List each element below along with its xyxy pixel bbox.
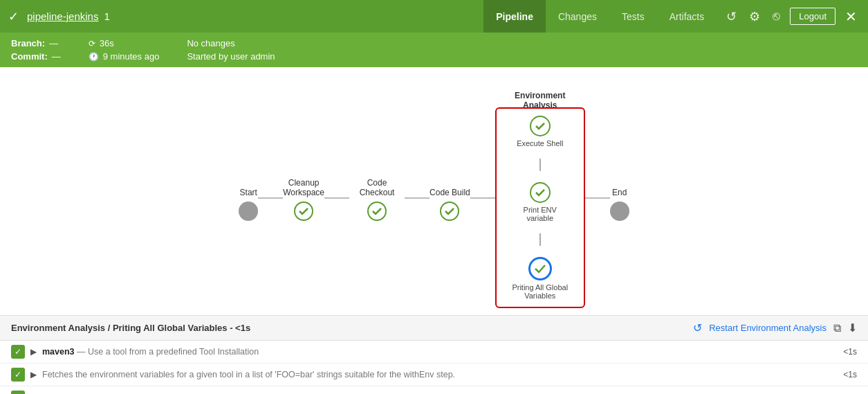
tab-tests[interactable]: Tests xyxy=(609,0,657,33)
connector-4 xyxy=(470,197,495,199)
connector-3 xyxy=(405,197,430,199)
stage-start[interactable]: Start xyxy=(239,175,258,221)
download-icon[interactable]: ⬇ xyxy=(848,321,857,334)
cleanup-node xyxy=(294,202,313,221)
header-icons: ↺ ⚙ ⎋ Logout ✕ xyxy=(723,6,860,28)
started-by: Started by user admin xyxy=(187,51,275,62)
log-desc-1: — Use a tool from a predefined Tool Inst… xyxy=(77,347,259,357)
stage-cleanup-label: CleanupWorkspace xyxy=(283,175,324,197)
flow-wrapper: Start CleanupWorkspace Code Checkout xyxy=(0,81,868,308)
print-env-label: Print ENVvariable xyxy=(524,206,557,222)
branch-label: Branch: xyxy=(11,38,45,48)
commit-value: — xyxy=(52,51,61,62)
stage-cleanup[interactable]: CleanupWorkspace xyxy=(283,175,324,221)
checkout-node xyxy=(367,202,387,221)
no-changes: No changes xyxy=(187,38,275,48)
print-env-node xyxy=(530,182,551,203)
refresh-button[interactable]: ↺ xyxy=(723,6,739,27)
log-check-2: ✓ xyxy=(11,368,25,382)
tab-artifacts[interactable]: Artifacts xyxy=(657,0,717,33)
duration-icon: ⟳ xyxy=(89,39,95,48)
print-globals-label: Priting All GlobalVariables xyxy=(512,283,568,300)
stage-env-analysis[interactable]: EnvironmentAnalysis Execute Shell xyxy=(495,88,585,308)
external-link-icon[interactable]: ⧉ xyxy=(833,322,841,334)
log-check-1: ✓ xyxy=(11,345,25,359)
commit-label: Commit: xyxy=(11,51,48,62)
log-desc-2: Fetches the environment variables for a … xyxy=(42,370,455,379)
header: ✓ pipeline-jenkins 1 Pipeline Changes Te… xyxy=(0,0,868,33)
log-toggle-2[interactable]: ▶ xyxy=(30,370,37,379)
v-connector-1 xyxy=(539,159,541,171)
stage-build[interactable]: Code Build xyxy=(430,175,470,221)
start-node xyxy=(239,202,258,221)
pipeline-title[interactable]: pipeline-jenkins xyxy=(27,10,98,22)
sub-header: Branch: — Commit: — ⟳ 36s 🕐 9 minutes ag… xyxy=(0,33,868,67)
time-icon: 🕐 xyxy=(89,52,99,62)
stage-start-label: Start xyxy=(240,175,257,197)
stage-end-label: End xyxy=(612,175,627,197)
sub-header-timing: ⟳ 36s 🕐 9 minutes ago xyxy=(89,38,160,62)
settings-button[interactable]: ⚙ xyxy=(746,6,763,27)
log-time-2: <1s xyxy=(843,370,857,379)
sub-header-branch-commit: Branch: — Commit: — xyxy=(11,38,61,62)
env-analysis-box: Execute Shell Print ENVvariable xyxy=(495,107,585,308)
tab-pipeline[interactable]: Pipeline xyxy=(483,0,546,33)
stage-build-label: Code Build xyxy=(430,175,470,197)
sub-header-status: No changes Started by user admin xyxy=(187,38,275,62)
tab-changes[interactable]: Changes xyxy=(546,0,609,33)
duration-value: 36s xyxy=(100,38,114,48)
check-icon: ✓ xyxy=(8,9,19,24)
bottom-panel-header: Environment Analysis / Priting All Globa… xyxy=(0,315,868,341)
restart-icon: ↺ xyxy=(693,321,702,334)
header-left: ✓ pipeline-jenkins 1 xyxy=(8,9,483,24)
stage-checkout[interactable]: Code Checkout xyxy=(349,175,405,221)
bottom-actions: ↺ Restart Environment Analysis ⧉ ⬇ xyxy=(693,321,857,334)
log-toggle-1[interactable]: ▶ xyxy=(30,347,37,357)
logout-button[interactable]: Logout xyxy=(790,8,835,25)
connector-1 xyxy=(258,197,283,199)
execute-shell-node xyxy=(530,116,551,136)
log-row-maven3[interactable]: ✓ ▶ maven3 — Use a tool from a predefine… xyxy=(0,341,868,364)
end-node xyxy=(610,202,629,221)
connector-2 xyxy=(324,197,349,199)
build-number: 1 xyxy=(104,10,109,22)
log-time-1: <1s xyxy=(843,347,857,357)
log-tool-1: maven3 xyxy=(42,347,75,357)
log-text-1: maven3 — Use a tool from a predefined To… xyxy=(42,347,838,357)
build-node xyxy=(440,202,459,221)
step-print-env[interactable]: Print ENVvariable xyxy=(524,182,557,222)
log-row-fetch[interactable]: ✓ ▶ Fetches the environment variables fo… xyxy=(0,364,868,386)
step-execute-shell[interactable]: Execute Shell xyxy=(517,116,563,147)
stage-end[interactable]: End xyxy=(610,175,629,221)
stage-checkout-label: Code Checkout xyxy=(349,175,405,197)
time-ago: 9 minutes ago xyxy=(103,51,160,62)
step-print-globals[interactable]: Priting All GlobalVariables xyxy=(512,257,568,300)
v-connector-2 xyxy=(539,233,541,246)
print-globals-node xyxy=(528,257,552,280)
branch-value: — xyxy=(49,38,58,48)
connector-5 xyxy=(585,197,610,199)
close-button[interactable]: ✕ xyxy=(842,6,860,28)
execute-shell-label: Execute Shell xyxy=(517,139,563,147)
header-tabs: Pipeline Changes Tests Artifacts xyxy=(483,0,717,33)
log-text-2: Fetches the environment variables for a … xyxy=(42,370,838,379)
exit-button[interactable]: ⎋ xyxy=(770,6,783,26)
pipeline-area: Start CleanupWorkspace Code Checkout xyxy=(0,67,868,315)
log-check-3: ✓ xyxy=(11,391,25,394)
restart-link[interactable]: Restart Environment Analysis xyxy=(709,323,827,333)
log-row-env[interactable]: ✓ ▶ env — Shell Script <1s xyxy=(0,386,868,394)
log-list: ✓ ▶ maven3 — Use a tool from a predefine… xyxy=(0,341,868,394)
bottom-title: Environment Analysis / Priting All Globa… xyxy=(11,323,250,333)
